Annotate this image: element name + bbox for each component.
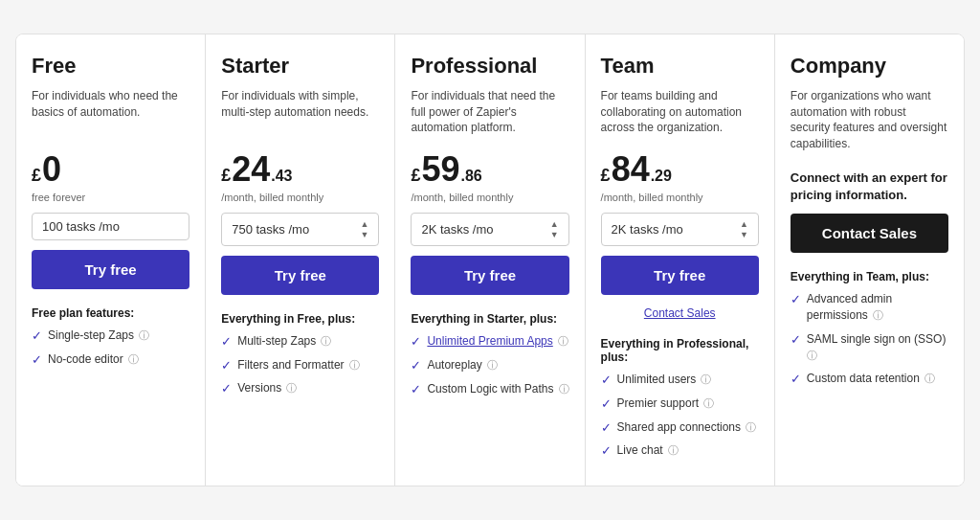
plan-description-free: For individuals who need the basics of a… [32,88,189,136]
feature-text-company-1: SAML single sign on (SSO) ⓘ [807,331,948,364]
tasks-arrows-professional[interactable]: ▲▼ [550,219,559,239]
currency-symbol-team: £ [601,166,611,186]
plan-description-team: For teams building and collaborating on … [601,88,759,136]
feature-item-professional-1: ✓Autoreplay ⓘ [411,357,568,373]
features-title-professional: Everything in Starter, plus: [411,312,568,326]
cta-button-professional[interactable]: Try free [411,256,568,295]
plan-description-company: For organizations who want automation wi… [791,88,948,152]
plan-name-company: Company [791,54,948,79]
price-decimal-starter: .43 [271,168,292,185]
feature-item-team-0: ✓Unlimited users ⓘ [601,372,759,388]
plan-card-free: FreeFor individuals who need the basics … [16,34,206,486]
connect-expert-company: Connect with an expert for pricing infor… [791,170,948,204]
check-icon-team-0: ✓ [601,373,612,387]
check-icon-starter-1: ✓ [221,358,232,373]
currency-symbol-starter: £ [221,166,231,186]
check-icon-company-1: ✓ [791,332,801,347]
feature-item-company-0: ✓Advanced admin permissions ⓘ [791,291,948,324]
info-icon-team-3[interactable]: ⓘ [665,444,679,456]
check-icon-company-2: ✓ [791,372,801,386]
contact-sales-link-team[interactable]: Contact Sales [601,306,759,320]
price-decimal-professional: .86 [460,168,481,185]
feature-item-free-0: ✓Single-step Zaps ⓘ [32,328,189,344]
check-icon-company-0: ✓ [791,292,801,306]
plan-card-team: TeamFor teams building and collaborating… [586,34,775,486]
info-icon-free-1[interactable]: ⓘ [125,353,139,365]
feature-item-team-2: ✓Shared app connections ⓘ [601,419,759,436]
feature-text-starter-2: Versions ⓘ [237,380,297,396]
feature-item-team-1: ✓Premier support ⓘ [601,396,759,412]
plan-name-professional: Professional [411,54,568,79]
feature-text-team-3: Live chat ⓘ [617,442,679,459]
feature-text-free-0: Single-step Zaps ⓘ [48,328,149,344]
cta-button-team[interactable]: Try free [601,256,759,295]
feature-item-team-3: ✓Live chat ⓘ [601,442,759,459]
features-section-company: Everything in Team, plus:✓Advanced admin… [791,270,948,395]
price-billing-free: free forever [32,192,189,203]
plan-price-block-free: £0free forever [32,149,189,203]
tasks-arrows-starter[interactable]: ▲▼ [360,219,368,239]
feature-link-professional-0[interactable]: Unlimited Premium Apps [427,334,552,348]
info-icon-company-0[interactable]: ⓘ [870,309,883,321]
info-icon-professional-2[interactable]: ⓘ [555,383,568,395]
price-decimal-team: .29 [651,168,672,185]
info-icon-free-0[interactable]: ⓘ [136,329,149,341]
cta-button-free[interactable]: Try free [32,250,189,289]
info-icon-starter-2[interactable]: ⓘ [283,382,297,394]
feature-item-company-2: ✓Custom data retention ⓘ [791,371,948,387]
plan-card-professional: ProfessionalFor individuals that need th… [395,34,585,486]
plan-price-block-professional: £59.86/month, billed monthly [411,149,568,203]
info-icon-professional-1[interactable]: ⓘ [484,359,498,371]
currency-symbol-free: £ [32,166,41,186]
tasks-arrows-team[interactable]: ▲▼ [740,219,748,239]
check-icon-starter-2: ✓ [221,381,232,396]
check-icon-professional-2: ✓ [411,382,421,396]
plan-description-professional: For individuals that need the full power… [411,88,568,136]
features-title-free: Free plan features: [32,306,189,320]
check-icon-team-1: ✓ [601,396,612,411]
feature-text-free-1: No-code editor ⓘ [48,351,139,368]
features-section-professional: Everything in Starter, plus:✓Unlimited P… [411,312,568,404]
tasks-static-free: 100 tasks /mo [32,213,189,240]
info-icon-starter-0[interactable]: ⓘ [318,335,331,347]
info-icon-professional-0[interactable]: ⓘ [555,335,568,347]
price-integer-professional: 59 [421,149,459,190]
feature-item-starter-1: ✓Filters and Formatter ⓘ [221,357,379,373]
feature-text-team-2: Shared app connections ⓘ [617,419,757,436]
feature-text-company-2: Custom data retention ⓘ [807,371,935,387]
tasks-selector-professional[interactable]: 2K tasks /mo▲▼ [411,213,568,246]
features-section-starter: Everything in Free, plus:✓Multi-step Zap… [221,312,379,404]
info-icon-team-1[interactable]: ⓘ [701,397,714,409]
feature-text-starter-0: Multi-step Zaps ⓘ [237,333,331,350]
tasks-label-professional: 2K tasks /mo [421,222,493,237]
info-icon-company-2[interactable]: ⓘ [922,373,935,384]
feature-item-professional-0: ✓Unlimited Premium Apps ⓘ [411,333,568,350]
tasks-selector-team[interactable]: 2K tasks /mo▲▼ [601,213,759,246]
check-icon-team-2: ✓ [601,420,612,435]
features-section-team: Everything in Professional, plus:✓Unlimi… [601,337,759,466]
info-icon-team-0[interactable]: ⓘ [698,373,711,385]
feature-item-professional-2: ✓Custom Logic with Paths ⓘ [411,381,568,397]
tasks-selector-starter[interactable]: 750 tasks /mo▲▼ [221,213,379,246]
feature-item-starter-0: ✓Multi-step Zaps ⓘ [221,333,379,350]
price-integer-starter: 24 [232,149,270,190]
plan-card-starter: StarterFor individuals with simple, mult… [206,34,395,486]
feature-text-company-0: Advanced admin permissions ⓘ [807,291,948,324]
price-integer-free: 0 [42,149,61,190]
info-icon-company-1[interactable]: ⓘ [807,350,817,361]
check-icon-professional-0: ✓ [411,334,421,349]
info-icon-starter-1[interactable]: ⓘ [346,359,360,371]
feature-item-company-1: ✓SAML single sign on (SSO) ⓘ [791,331,948,364]
feature-text-starter-1: Filters and Formatter ⓘ [237,357,359,373]
plan-name-free: Free [32,54,189,79]
cta-button-starter[interactable]: Try free [221,256,379,295]
plan-card-company: CompanyFor organizations who want automa… [775,34,964,486]
price-integer-team: 84 [612,149,650,190]
plan-price-block-starter: £24.43/month, billed monthly [221,149,379,203]
cta-button-company[interactable]: Contact Sales [791,214,948,253]
features-section-free: Free plan features:✓Single-step Zaps ⓘ✓N… [32,306,189,375]
info-icon-team-2[interactable]: ⓘ [743,421,756,433]
features-title-starter: Everything in Free, plus: [221,312,379,326]
feature-text-professional-2: Custom Logic with Paths ⓘ [427,381,568,397]
price-billing-professional: /month, billed monthly [411,192,568,203]
